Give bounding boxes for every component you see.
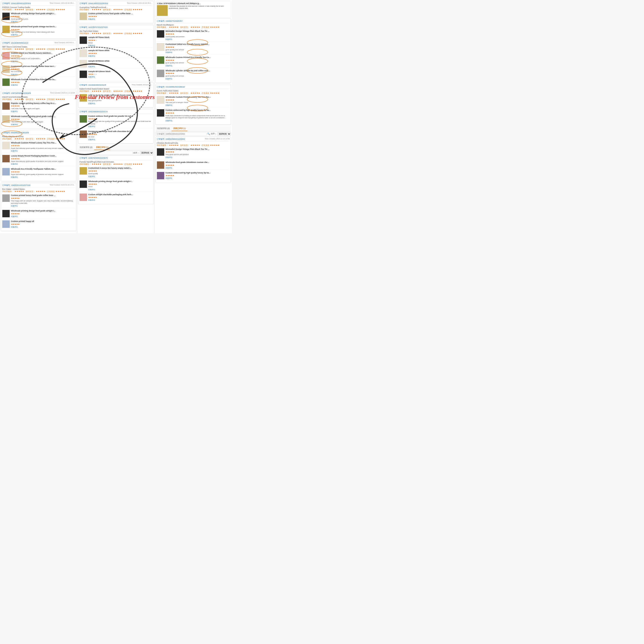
tab-buyer-col3[interactable]: 买家已评价 (1) [172, 126, 188, 131]
reply-link[interactable]: 回复评论 [88, 44, 152, 47]
search-input-col3[interactable] [155, 132, 207, 136]
review-title: Custom embossed 5g high quality luxury l… [166, 109, 230, 111]
order-card: 订单编号: 163239707001027420 Jon Top/United … [78, 25, 153, 81]
review-item: Wholesale printing design food grade air… [2, 209, 75, 219]
review-text: Very happy with all samples sent. Suppli… [11, 200, 75, 204]
service-label: 供应商服务： [2, 98, 14, 100]
reply-link[interactable]: 回复评论 [88, 65, 152, 68]
review-content: sample 55*70mm white ★★★★★ 回复评论 [88, 49, 152, 57]
service-label: 供应商服务： [157, 92, 168, 94]
reply-link[interactable]: 回复评论 [166, 167, 230, 169]
order-id: 订单编号: 15941485020102676/4 [79, 2, 108, 5]
logistics-stars: ★★★★★ [36, 190, 46, 193]
review-content: Wholesale Eco Friendly Toothpaste Tablet… [11, 168, 75, 178]
reply-link[interactable]: 回复评论 [11, 215, 75, 218]
review-title: Customized print eco friendly coffee bea… [11, 65, 75, 68]
search-input[interactable] [78, 151, 133, 155]
service-stars: ★★★★★ [92, 9, 101, 11]
reply-link[interactable]: 回复评论 [11, 226, 75, 228]
reply-link[interactable]: 回复评论 [11, 205, 75, 207]
reply-link[interactable]: 回复评论 [88, 138, 152, 141]
reply-link[interactable]: 回复评论 [166, 51, 230, 54]
tab-buyer[interactable]: 买家已评价 (1) [94, 145, 110, 150]
reply-link[interactable]: 回复评论 [11, 84, 75, 86]
review-item: Custom printed luxury food grade coffee … [79, 12, 152, 21]
search-icon[interactable]: 🔍 [207, 132, 210, 135]
reply-link[interactable]: 回复评论 [11, 21, 75, 23]
review-content: Wholesale cylinder airtight tea and coff… [166, 70, 230, 80]
review-stars: ★★★★★ [11, 118, 75, 120]
hero-image [157, 5, 168, 16]
reply-link[interactable]: 回复评论 [166, 65, 230, 67]
review-stars: ★★★★★ [88, 170, 152, 172]
reply-link[interactable]: 回复评论 [11, 163, 75, 165]
reply-link[interactable]: 回复评论 [88, 199, 152, 201]
product-thumbnail [79, 167, 87, 175]
product-thumbnail [157, 148, 164, 156]
review-content: Wholesale Custom Printed Eco Friendly Te… [11, 78, 75, 86]
reply-link[interactable]: 回复评论 [88, 55, 152, 57]
reply-link[interactable]: 回复评论 [88, 18, 152, 20]
reply-link[interactable]: 回复评论 [166, 177, 230, 179]
review-title: Wholesale printing design food grade air… [11, 210, 75, 212]
satisfaction-label: 总笔满意 [47, 190, 55, 193]
review-text: Good [88, 42, 152, 44]
review-content: Custom emboss food grade tee powder tin … [88, 115, 152, 128]
review-text: Good [88, 186, 152, 188]
sort-select[interactable]: 回评时间 [140, 151, 153, 155]
review-title: Minimalist Design Vintage Plain Black Te… [166, 30, 230, 32]
reply-link[interactable]: 回复评论 [88, 175, 152, 178]
reply-link[interactable]: 回复评论 [166, 104, 230, 106]
logistics-stars: ★★★★★ [36, 9, 46, 11]
reply-link[interactable]: 回复评论 [11, 123, 75, 126]
tab-pending-col3[interactable]: 待买家评价 (0) [155, 126, 172, 131]
product-thumbnail [2, 220, 10, 228]
review-item: Wholesale-printed food grade vintage tea… [2, 25, 75, 37]
review-content: Wholesale Custom Printed Luxury Tea Tins… [11, 142, 75, 152]
review-item: Wholesale printing design food grade air… [2, 12, 75, 24]
reply-link[interactable]: 回复评论 [11, 73, 75, 76]
reply-link[interactable]: 回复评论 [166, 120, 230, 122]
tab-pending[interactable]: 待买家评价 (0) [78, 145, 94, 150]
review-stars: ★★★★★ [88, 97, 152, 99]
review-title: Wholesale printing design food grade air… [88, 180, 152, 183]
service-stars: ★★★★★ [92, 32, 101, 35]
review-content: Customized 4 ounce 8oz luxury empty meta… [88, 167, 152, 178]
service-stars: ★★★★★ [169, 92, 179, 94]
order-id: 订单编号: 163239707001027420 [79, 26, 108, 29]
reply-link[interactable]: 回复评论 [166, 38, 230, 41]
reply-link[interactable]: 回复评论 [11, 34, 75, 36]
review-title: Wholesale-printed food grade vintage tea… [11, 26, 75, 28]
order-card: 订单编号: 954088100103033/9 Ready Ship/South… [1, 130, 76, 182]
review-stars: ★★★★★ [11, 144, 75, 147]
reply-link[interactable]: 回复评论 [88, 102, 152, 105]
review-stars: ★★★★★ [88, 133, 152, 135]
reply-link[interactable]: 回复评论 [11, 150, 75, 152]
tabs-section: 待买家评价 (0) 买家已评价 (1) [78, 145, 153, 150]
supplier-info: Jon Top/United States 供应商服务： ★★★★★ 按时发货：… [79, 30, 152, 35]
reply-link[interactable]: 回复评论 [11, 176, 75, 178]
logistics-stars: ★★★★★ [190, 92, 200, 94]
sort-select-col3[interactable]: 回评时间 [217, 132, 231, 136]
reply-link[interactable]: 回复评论 [11, 110, 75, 113]
page-layout: 订单编号: 15941480500102678/4 Time Created: … [0, 0, 232, 233]
product-thumbnail [2, 168, 10, 176]
order-time: Time Created: 2022-12-15 13:56 [205, 138, 230, 141]
reply-link[interactable]: 回复评论 [166, 156, 230, 159]
order-time: Time Created: 2023-01-0... [132, 84, 152, 87]
logistics-label: 按时发货： [103, 9, 112, 11]
reply-link[interactable]: 回复评论 [166, 78, 230, 80]
supplier-info: Dumm Holl/United States 供应商服务： ★★★★★ 按时发… [157, 90, 230, 95]
logistics-label: 按时发货： [103, 90, 112, 92]
product-thumbnail [157, 70, 164, 77]
reply-link[interactable]: 回复评论 [88, 188, 152, 191]
review-item: Custom emboss food grade tee powder tin … [79, 114, 152, 129]
review-title: Customized 4 ounce 8oz luxury empty meta… [88, 167, 152, 169]
order-id: 订单编号: 954088100103033/9 [2, 131, 29, 134]
review-title: Minimalist Design Vintage Plain Black Te… [166, 148, 230, 150]
reply-link[interactable]: 回复评论 [88, 125, 152, 128]
satisfaction-label: 总笔满意 [124, 90, 132, 92]
review-item: sample 65*120mm black ★★★★★ 回复评论 [79, 70, 152, 79]
reply-link[interactable]: 回复评论 [11, 60, 75, 63]
reply-link[interactable]: 回复评论 [88, 76, 152, 78]
